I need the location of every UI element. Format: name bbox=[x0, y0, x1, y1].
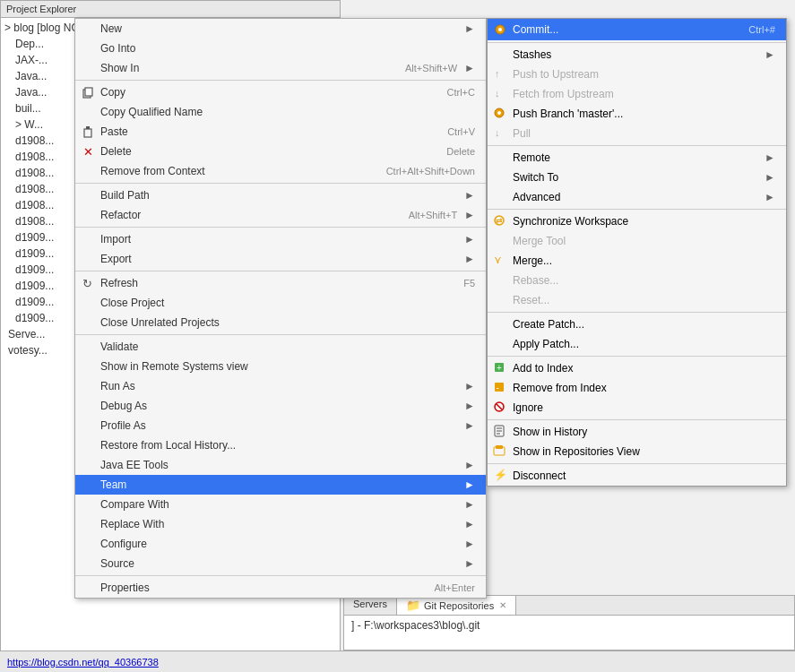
arrow-icon: ► bbox=[464, 209, 475, 221]
push-icon: ↑ bbox=[493, 67, 506, 82]
menu-item-show-remote[interactable]: Show in Remote Systems view bbox=[75, 357, 486, 376]
menu-item-delete[interactable]: ✕ Delete Delete bbox=[75, 142, 486, 161]
menu-item-restore-history[interactable]: Restore from Local History... bbox=[75, 435, 486, 455]
menu-item-refactor[interactable]: Refactor Alt+Shift+T ► bbox=[75, 205, 486, 225]
menu-item-source[interactable]: Source ► bbox=[75, 554, 486, 573]
svg-rect-3 bbox=[86, 126, 90, 129]
menu-item-show-repos[interactable]: Show in Repositories View bbox=[488, 442, 786, 461]
fetch-icon: ↓ bbox=[493, 87, 506, 102]
menu-item-copy-qualified[interactable]: Copy Qualified Name bbox=[75, 102, 486, 122]
menu-item-copy[interactable]: Copy Ctrl+C bbox=[75, 82, 486, 102]
menu-item-paste[interactable]: Paste Ctrl+V bbox=[75, 122, 486, 142]
menu-item-build-path[interactable]: Build Path ► bbox=[75, 185, 486, 205]
svg-rect-27 bbox=[496, 445, 503, 449]
menu-item-team[interactable]: Team ► bbox=[75, 475, 486, 495]
menu-item-create-patch[interactable]: Create Patch... bbox=[488, 314, 786, 334]
menu-item-remote[interactable]: Remote ► bbox=[488, 148, 786, 168]
pull-label: Pull bbox=[513, 127, 775, 140]
remove-index-label: Remove from Index bbox=[513, 382, 775, 394]
menu-item-show-in[interactable]: Show In Alt+Shift+W ► bbox=[75, 58, 486, 78]
create-patch-label: Create Patch... bbox=[513, 318, 775, 331]
menu-item-show-history[interactable]: Show in History bbox=[488, 422, 786, 442]
menu-separator bbox=[488, 312, 786, 313]
menu-item-replace-with[interactable]: Replace With ► bbox=[75, 514, 486, 534]
fetch-upstream-label: Fetch from Upstream bbox=[513, 88, 775, 100]
stashes-label: Stashes bbox=[513, 48, 765, 61]
menu-item-merge-tool[interactable]: Merge Tool bbox=[488, 231, 786, 251]
menu-item-push-upstream[interactable]: ↑ Push to Upstream bbox=[488, 65, 786, 84]
menu-separator bbox=[75, 227, 486, 228]
merge-label: Merge... bbox=[513, 254, 775, 267]
commit-label: Commit... bbox=[513, 23, 748, 36]
menu-item-stashes[interactable]: Stashes ► bbox=[488, 45, 786, 65]
menu-item-export[interactable]: Export ► bbox=[75, 249, 486, 269]
menu-item-fetch-upstream[interactable]: ↓ Fetch from Upstream bbox=[488, 84, 786, 104]
svg-text:⋎: ⋎ bbox=[494, 254, 502, 266]
push-upstream-label: Push to Upstream bbox=[513, 68, 775, 81]
menu-item-java-ee[interactable]: Java EE Tools ► bbox=[75, 455, 486, 475]
menu-item-reset[interactable]: Reset... bbox=[488, 290, 786, 310]
menu-separator bbox=[488, 42, 786, 43]
menu-item-advanced[interactable]: Advanced ► bbox=[488, 187, 786, 207]
menu-item-profile-as[interactable]: Profile As ► bbox=[75, 416, 486, 435]
menu-item-add-index[interactable]: + Add to Index bbox=[488, 358, 786, 378]
menu-separator bbox=[488, 356, 786, 357]
menu-item-apply-patch[interactable]: Apply Patch... bbox=[488, 334, 786, 354]
menu-item-switch-to[interactable]: Switch To ► bbox=[488, 168, 786, 187]
menu-item-run-as[interactable]: Run As ► bbox=[75, 376, 486, 396]
menu-item-properties[interactable]: Properties Alt+Enter bbox=[75, 578, 486, 598]
menu-separator bbox=[488, 419, 786, 420]
menu-item-debug-as[interactable]: Debug As ► bbox=[75, 396, 486, 416]
menu-item-close-project[interactable]: Close Project bbox=[75, 293, 486, 313]
menu-separator bbox=[488, 209, 786, 210]
svg-text:↓: ↓ bbox=[495, 127, 500, 138]
reset-label: Reset... bbox=[513, 294, 775, 306]
pull-icon: ↓ bbox=[493, 126, 506, 142]
merge-icon: ⋎ bbox=[493, 254, 506, 269]
menu-item-compare-with[interactable]: Compare With ► bbox=[75, 495, 486, 514]
menu-item-validate[interactable]: Validate bbox=[75, 337, 486, 357]
tab-servers[interactable]: Servers bbox=[344, 596, 397, 615]
git-content: ] - F:\workspaces3\blog\.git bbox=[351, 619, 480, 632]
show-history-label: Show in History bbox=[513, 426, 775, 438]
menu-item-disconnect[interactable]: ⚡ Disconnect bbox=[488, 466, 786, 486]
menu-item-remove-context[interactable]: Remove from Context Ctrl+Alt+Shift+Down bbox=[75, 161, 486, 181]
repos-icon bbox=[493, 444, 506, 460]
menu-separator bbox=[488, 463, 786, 464]
menu-separator bbox=[488, 145, 786, 146]
servers-tab-label: Servers bbox=[353, 599, 387, 609]
menu-item-close-unrelated[interactable]: Close Unrelated Projects bbox=[75, 313, 486, 332]
menu-item-rebase[interactable]: Rebase... bbox=[488, 271, 786, 290]
status-link[interactable]: https://blog.csdn.net/qq_40366738 bbox=[7, 657, 159, 668]
sync-workspace-label: Synchronize Workspace bbox=[513, 215, 775, 228]
menu-item-commit[interactable]: Commit... Ctrl+# bbox=[488, 19, 786, 40]
apply-patch-label: Apply Patch... bbox=[513, 338, 775, 350]
delete-icon: ✕ bbox=[81, 144, 95, 159]
add-index-label: Add to Index bbox=[513, 362, 775, 375]
remove-index-icon: - bbox=[493, 381, 506, 396]
svg-text:✕: ✕ bbox=[83, 145, 93, 158]
git-repo-icon: 📁 bbox=[406, 599, 420, 612]
ignore-label: Ignore bbox=[513, 401, 775, 414]
menu-item-sync-workspace[interactable]: ⇄ Synchronize Workspace bbox=[488, 211, 786, 231]
menu-separator bbox=[75, 183, 486, 184]
menu-item-merge[interactable]: ⋎ Merge... bbox=[488, 251, 786, 271]
menu-item-push-branch[interactable]: Push Branch 'master'... bbox=[488, 104, 786, 124]
menu-item-remove-index[interactable]: - Remove from Index bbox=[488, 378, 786, 398]
push-branch-label: Push Branch 'master'... bbox=[513, 108, 775, 120]
arrow-icon: ► bbox=[765, 171, 775, 184]
svg-text:↻: ↻ bbox=[82, 277, 92, 289]
git-panel-tabs: Servers 📁 Git Repositories ✕ bbox=[344, 596, 794, 616]
tab-git-repositories[interactable]: 📁 Git Repositories ✕ bbox=[397, 596, 516, 615]
menu-item-ignore[interactable]: Ignore bbox=[488, 398, 786, 418]
close-tab-icon[interactable]: ✕ bbox=[499, 600, 506, 610]
menu-item-pull[interactable]: ↓ Pull bbox=[488, 124, 786, 143]
menu-item-go-into[interactable]: Go Into bbox=[75, 39, 486, 58]
menu-item-configure[interactable]: Configure ► bbox=[75, 534, 486, 554]
menu-item-new[interactable]: New ► bbox=[75, 19, 486, 39]
svg-rect-1 bbox=[85, 88, 92, 96]
svg-rect-2 bbox=[84, 129, 91, 137]
menu-item-import[interactable]: Import ► bbox=[75, 229, 486, 249]
arrow-icon: ► bbox=[464, 22, 475, 35]
menu-item-refresh[interactable]: ↻ Refresh F5 bbox=[75, 273, 486, 293]
